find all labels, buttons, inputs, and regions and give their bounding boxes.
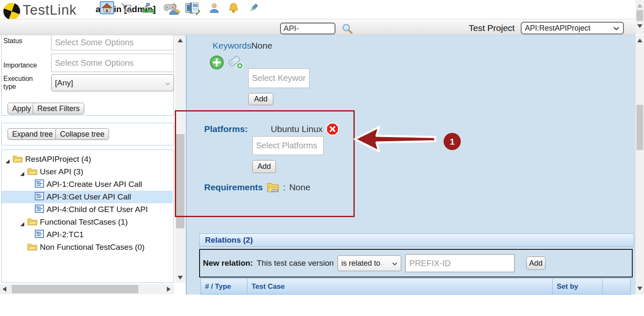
tree-expanded-icon[interactable] bbox=[20, 169, 25, 174]
testcase-icon bbox=[35, 192, 44, 202]
chevron-down-icon bbox=[165, 78, 170, 88]
tree-item-label: API-4:Child of GET User API bbox=[47, 205, 148, 214]
scroll-up-icon[interactable] bbox=[637, 39, 642, 42]
annotation-highlight-box bbox=[175, 110, 355, 217]
relations-table-header: # / Type Test Case Set by bbox=[200, 278, 631, 295]
execution-type-label-line2: type bbox=[3, 83, 16, 91]
tree-item-suite[interactable]: User API (3) bbox=[2, 166, 173, 178]
tree-item-label: Non Functional TestCases (0) bbox=[40, 243, 145, 252]
notebook-icon[interactable] bbox=[187, 1, 201, 14]
add-relation-button[interactable]: Add bbox=[526, 256, 545, 270]
scrollbar-thumb[interactable] bbox=[636, 105, 643, 150]
tree-item-suite[interactable]: Functional TestCases (1) bbox=[2, 216, 173, 228]
testcase-icon bbox=[35, 179, 44, 190]
folder-icon bbox=[13, 154, 23, 165]
importance-filter-input[interactable] bbox=[51, 54, 174, 72]
test-project-label: Test Project bbox=[469, 23, 515, 33]
tree-horizontal-scrollbar[interactable] bbox=[0, 284, 174, 294]
workframe-scrollbar[interactable] bbox=[636, 35, 644, 295]
add-keyword-button[interactable]: Add bbox=[248, 93, 273, 105]
cart-icon[interactable] bbox=[119, 1, 133, 14]
status-filter-label: Status bbox=[3, 37, 22, 45]
keywords-value: None bbox=[251, 41, 272, 50]
column-header-testcase: Test Case bbox=[247, 279, 552, 294]
tree-item-testcase[interactable]: API-2:TC1 bbox=[2, 228, 173, 241]
scroll-up-icon[interactable] bbox=[178, 39, 183, 42]
tree-item-label: Functional TestCases (1) bbox=[40, 218, 128, 227]
tree-expanded-icon[interactable] bbox=[5, 157, 10, 162]
annotation-step-badge: 1 bbox=[444, 133, 461, 150]
scroll-down-icon[interactable] bbox=[637, 24, 642, 28]
execution-type-value: [Any] bbox=[55, 78, 73, 88]
tree-item-suite-collapsed[interactable]: Non Functional TestCases (0) bbox=[2, 241, 173, 254]
keywords-heading: KeywordsNone bbox=[213, 41, 272, 51]
app-title: TestLink bbox=[23, 2, 77, 18]
annotation-step-number: 1 bbox=[450, 137, 455, 147]
status-filter-input[interactable] bbox=[51, 35, 174, 50]
search-icon[interactable] bbox=[341, 23, 353, 34]
tree-item-testcase[interactable]: API-1:Create User API Call bbox=[2, 178, 173, 191]
column-header-type: # / Type bbox=[201, 279, 247, 294]
test-project-select[interactable]: API:RestAPIProject bbox=[521, 22, 624, 34]
new-relation-label: New relation: bbox=[203, 259, 253, 268]
tree-item-label: RestAPIProject (4) bbox=[25, 155, 91, 164]
folder-icon bbox=[27, 242, 37, 253]
scroll-down-icon[interactable] bbox=[637, 287, 642, 290]
brush-icon[interactable] bbox=[247, 1, 261, 14]
scroll-left-icon[interactable] bbox=[3, 287, 6, 292]
tree-item-testcase-selected[interactable]: API-3:Get User API Call bbox=[2, 191, 173, 203]
collapse-tree-button[interactable]: Collapse tree bbox=[55, 128, 109, 140]
chevron-down-icon bbox=[613, 24, 620, 33]
scrollbar-thumb[interactable] bbox=[12, 285, 138, 293]
tree-item-label: API-2:TC1 bbox=[47, 230, 84, 239]
keywords-title: Keywords bbox=[213, 41, 251, 50]
new-relation-box: New relation: This test case version is … bbox=[199, 249, 633, 277]
scroll-up-icon[interactable] bbox=[637, 4, 642, 8]
sitemap-icon[interactable] bbox=[141, 1, 155, 14]
bell-icon[interactable] bbox=[226, 1, 241, 14]
test-project-selected-value: API:RestAPIProject bbox=[525, 24, 590, 33]
relations-title: Relations (2) bbox=[205, 236, 253, 245]
chevron-down-icon bbox=[392, 259, 397, 268]
execution-type-label: Execution bbox=[3, 75, 33, 83]
folder-icon bbox=[27, 217, 37, 228]
column-header-actions bbox=[602, 279, 631, 294]
header-scrollbar[interactable] bbox=[636, 0, 644, 34]
apply-button[interactable]: Apply bbox=[8, 103, 36, 114]
annotation-arrow-icon bbox=[352, 123, 438, 155]
new-relation-text: This test case version bbox=[257, 259, 334, 268]
scroll-down-icon[interactable] bbox=[178, 276, 183, 280]
relation-type-select[interactable]: is related to bbox=[338, 255, 401, 271]
testcase-icon bbox=[35, 230, 44, 240]
relation-target-input[interactable] bbox=[405, 254, 515, 272]
home-icon[interactable] bbox=[100, 1, 114, 14]
add-keyword-icon[interactable] bbox=[210, 55, 224, 70]
column-header-setby: Set by bbox=[552, 279, 602, 294]
scrollbar-thumb[interactable] bbox=[636, 10, 643, 21]
importance-filter-label: Importance bbox=[3, 62, 37, 69]
folder-icon bbox=[27, 167, 37, 177]
testcase-icon bbox=[35, 205, 44, 215]
testlink-logo-icon bbox=[3, 3, 20, 20]
tree-item-label: User API (3) bbox=[40, 167, 83, 176]
tree-item-testcase[interactable]: API-4:Child of GET User API bbox=[2, 203, 173, 216]
tree-item-project[interactable]: RestAPIProject (4) bbox=[2, 153, 173, 166]
relation-type-value: is related to bbox=[341, 259, 380, 268]
relations-header-bar: Relations (2) bbox=[199, 233, 634, 247]
reset-filters-button[interactable]: Reset Filters bbox=[33, 103, 84, 114]
user-icon[interactable] bbox=[207, 1, 221, 14]
tree-item-label: API-3:Get User API Call bbox=[47, 192, 131, 202]
testlink-window: TestLink admin [admin] bbox=[0, 0, 644, 316]
search-input[interactable] bbox=[280, 23, 335, 34]
expand-tree-button[interactable]: Expand tree bbox=[8, 128, 57, 140]
gamepad-icon[interactable] bbox=[163, 1, 177, 14]
select-keywords-input[interactable] bbox=[248, 68, 309, 88]
execution-type-select[interactable]: [Any] bbox=[51, 74, 174, 91]
tree-expanded-icon[interactable] bbox=[20, 220, 25, 225]
tree-item-label: API-1:Create User API Call bbox=[47, 180, 142, 189]
scroll-right-icon[interactable] bbox=[167, 287, 171, 292]
tag-add-icon[interactable] bbox=[228, 54, 244, 70]
